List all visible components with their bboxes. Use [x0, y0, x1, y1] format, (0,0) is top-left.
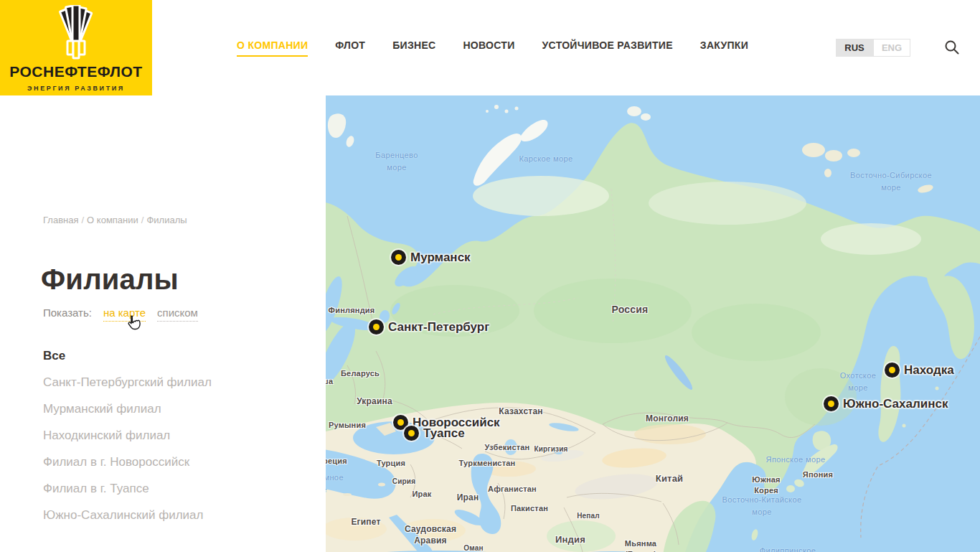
sea-label: Средиземноеморе [326, 472, 344, 495]
view-toggle-list[interactable]: списком [157, 307, 198, 322]
main-nav: О КОМПАНИИФЛОТБИЗНЕСНОВОСТИУСТОЙЧИВОЕ РА… [237, 0, 748, 95]
country-label: Туркменистан [459, 458, 516, 469]
branch-marker-dot [397, 419, 404, 426]
search-icon [943, 39, 961, 56]
filter-item[interactable]: Все [43, 342, 212, 369]
branch-marker[interactable]: Южно-Сахалинск [824, 396, 839, 411]
country-label: СаудовскаяАравия [405, 523, 456, 546]
country-label: Турция [377, 458, 405, 469]
view-links: на картесписком [92, 307, 198, 319]
country-label: Ирак [412, 489, 431, 500]
country-label: Беларусь [341, 368, 380, 379]
breadcrumb: Главная/О компании/Филиалы [43, 215, 187, 225]
view-toggle: Показать:на картесписком [43, 307, 198, 319]
nav-item[interactable]: НОВОСТИ [463, 39, 514, 57]
page-root: РОСНЕФТЕФЛОТ ЭНЕРГИЯ РАЗВИТИЯ О КОМПАНИИ… [0, 0, 980, 552]
sea-label: Японское море [766, 454, 826, 466]
filter-item[interactable]: Находкинский филиал [43, 422, 212, 449]
branch-marker-label: Туапсе [423, 426, 465, 441]
show-label: Показать: [43, 307, 92, 319]
sea-label: Филиппинское [760, 545, 816, 552]
branch-marker-dot [828, 401, 834, 407]
branch-marker-dot [408, 430, 415, 436]
country-label: Польша [326, 376, 333, 387]
country-label: Иран [457, 492, 479, 503]
country-label: Финляндия [329, 305, 375, 316]
view-toggle-map[interactable]: на карте [103, 307, 146, 322]
country-label: Сирия [392, 477, 415, 487]
filter-item[interactable]: Мурманский филиал [43, 396, 212, 422]
nav-item[interactable]: УСТОЙЧИВОЕ РАЗВИТИЕ [542, 39, 673, 57]
country-label: Узбекистан [485, 442, 530, 453]
breadcrumb-item[interactable]: Главная [43, 215, 78, 225]
sea-label: Охотскоеморе [840, 370, 876, 393]
country-label: Монголия [646, 413, 689, 424]
country-label: Греция [326, 456, 347, 467]
lang-switcher: RUSENG [836, 39, 910, 57]
nav-item[interactable]: О КОМПАНИИ [237, 39, 308, 57]
search-button[interactable] [941, 37, 963, 59]
breadcrumb-item: Филиалы [146, 215, 187, 225]
rosneft-logo-icon [45, 5, 107, 60]
country-label: Афганистан [488, 484, 537, 495]
nav-item[interactable]: БИЗНЕС [392, 39, 435, 57]
branch-marker-dot [373, 324, 380, 330]
site-header: РОСНЕФТЕФЛОТ ЭНЕРГИЯ РАЗВИТИЯ О КОМПАНИИ… [0, 0, 980, 95]
sea-label: Восточно-Китайскоеморе [722, 494, 802, 518]
country-label: Оман [463, 543, 483, 552]
branch-marker[interactable]: Находка [885, 362, 900, 378]
country-label: Киргизия [534, 444, 567, 454]
lang-option-rus[interactable]: RUS [836, 39, 873, 57]
sea-label: Баренцевоморе [375, 149, 418, 173]
filter-item[interactable]: Санкт-Петербургский филиал [43, 369, 212, 396]
filter-item[interactable]: Южно-Сахалинский филиал [43, 502, 212, 528]
branch-marker-dot [395, 254, 402, 261]
lang-option-eng[interactable]: ENG [873, 39, 910, 57]
branch-marker-label: Находка [904, 363, 954, 378]
branches-map[interactable]: БаренцевомореКарское мореВосточно-Сибирс… [326, 95, 980, 552]
nav-item[interactable]: ЗАКУПКИ [700, 39, 748, 57]
branch-marker-label: Санкт-Петербург [388, 320, 489, 335]
branch-marker-label: Мурманск [410, 251, 471, 265]
branch-marker[interactable]: Санкт-Петербург [369, 319, 384, 335]
country-label: Румыния [329, 420, 366, 431]
breadcrumb-item[interactable]: О компании [87, 215, 138, 225]
country-label: Египет [351, 516, 380, 528]
branch-marker[interactable]: Мурманск [391, 250, 406, 265]
country-label: Непал [577, 511, 600, 521]
branch-marker-dot [889, 367, 895, 373]
sea-label: Восточно-Сибирскоеморе [850, 169, 932, 193]
logo[interactable]: РОСНЕФТЕФЛОТ ЭНЕРГИЯ РАЗВИТИЯ [0, 0, 152, 95]
country-label: Япония [803, 469, 833, 480]
country-label: Казахстан [499, 406, 542, 417]
nav-item[interactable]: ФЛОТ [335, 39, 365, 57]
country-label: Мьянма(Бирма) [625, 538, 656, 552]
breadcrumb-separator: / [78, 215, 87, 225]
sidebar: Главная/О компании/Филиалы Филиалы Показ… [0, 95, 326, 552]
breadcrumb-separator: / [138, 215, 147, 225]
country-label: ЮжнаяКорея [752, 474, 780, 496]
country-label: Индия [555, 533, 585, 546]
filter-item[interactable]: Филиал в г. Новороссийск [43, 449, 212, 475]
brand-tagline: ЭНЕРГИЯ РАЗВИТИЯ [0, 85, 152, 92]
country-label: Китай [656, 472, 684, 485]
page-title: Филиалы [41, 263, 179, 296]
brand-name: РОСНЕФТЕФЛОТ [0, 63, 152, 80]
country-label: Украина [357, 396, 392, 407]
sea-label: Карское море [519, 153, 573, 165]
branch-marker[interactable]: Туапсе [404, 426, 419, 441]
map-labels-layer: БаренцевомореКарское мореВосточно-Сибирс… [326, 95, 980, 552]
country-label: Россия [612, 303, 649, 317]
branch-marker-label: Южно-Сахалинск [843, 397, 948, 411]
country-label: Пакистан [511, 503, 548, 514]
filter-item[interactable]: Филиал в г. Туапсе [43, 475, 212, 502]
branch-filter-list: ВсеСанкт-Петербургский филиалМурманский … [43, 342, 212, 528]
